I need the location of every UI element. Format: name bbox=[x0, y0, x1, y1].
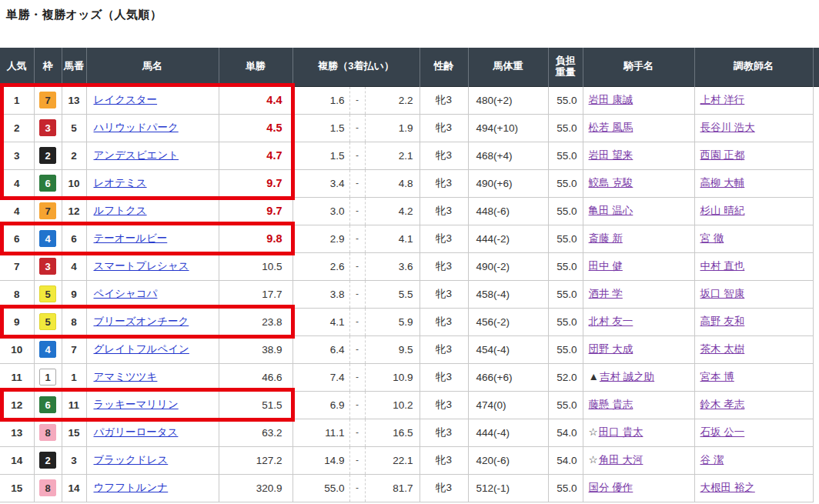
row-filler bbox=[813, 86, 819, 114]
frame-number-badge: 5 bbox=[39, 285, 56, 302]
frame-number-badge: 7 bbox=[39, 92, 56, 108]
rank-cell: 2 bbox=[0, 114, 34, 142]
trainer-link[interactable]: 長谷川 浩大 bbox=[700, 122, 755, 133]
frame-cell: 3 bbox=[34, 252, 62, 280]
trainer-link[interactable]: 西園 正都 bbox=[700, 149, 745, 161]
frame-number-badge: 6 bbox=[39, 396, 56, 413]
horse-weight-cell: 444(-4) bbox=[468, 419, 548, 446]
sex-age-cell: 牝3 bbox=[420, 225, 468, 252]
horse-name-link[interactable]: レイクスター bbox=[94, 94, 158, 105]
horse-weight-cell: 454(-4) bbox=[468, 335, 548, 363]
win-odds-cell: 4.7 bbox=[219, 142, 292, 169]
load-weight-cell: 54.0 bbox=[548, 419, 583, 446]
load-weight-cell: 55.0 bbox=[548, 197, 583, 225]
horse-name-cell: レイクスター bbox=[86, 86, 219, 114]
horse-no-cell: 8 bbox=[62, 308, 86, 335]
trainer-link[interactable]: 宮本 博 bbox=[700, 371, 734, 382]
horse-weight-cell: 490(-2) bbox=[468, 252, 548, 280]
horse-name-link[interactable]: レオテミス bbox=[94, 177, 147, 189]
trainer-cell: 宮本 博 bbox=[694, 363, 813, 391]
frame-number-badge: 5 bbox=[39, 313, 56, 330]
horse-name-cell: ペイシャコパ bbox=[86, 280, 219, 308]
place-odds-dash: - bbox=[349, 114, 365, 142]
header-win: 単勝 bbox=[219, 48, 292, 86]
jockey-link[interactable]: 鮫島 克駿 bbox=[589, 177, 633, 189]
win-odds-cell: 4.4 bbox=[219, 86, 292, 114]
horse-name-link[interactable]: パガリーロータス bbox=[94, 426, 179, 438]
horse-name-link[interactable]: アンデスビエント bbox=[94, 149, 179, 161]
jockey-link[interactable]: 酒井 学 bbox=[589, 288, 623, 299]
horse-weight-cell: 448(-6) bbox=[468, 197, 548, 225]
horse-no-cell: 6 bbox=[62, 225, 86, 252]
win-odds-cell: 9.7 bbox=[219, 169, 292, 197]
sex-age-cell: 牝3 bbox=[420, 86, 468, 114]
trainer-link[interactable]: 茶木 太樹 bbox=[700, 343, 745, 355]
sex-age-cell: 牝3 bbox=[420, 197, 468, 225]
horse-name-link[interactable]: ルフトクス bbox=[94, 205, 147, 216]
jockey-link[interactable]: 団野 大成 bbox=[589, 343, 633, 355]
horse-name-cell: テーオールビー bbox=[86, 225, 219, 252]
horse-name-link[interactable]: スマートプレシャス bbox=[94, 260, 189, 272]
jockey-link[interactable]: 藤懸 貴志 bbox=[589, 399, 633, 410]
trainer-link[interactable]: 坂口 智康 bbox=[700, 288, 745, 299]
win-odds-cell: 23.8 bbox=[219, 308, 292, 335]
jockey-link[interactable]: 松若 風馬 bbox=[589, 122, 633, 133]
trainer-link[interactable]: 石坂 公一 bbox=[700, 426, 745, 438]
rank-cell: 14 bbox=[0, 446, 34, 474]
trainer-link[interactable]: 宮 徹 bbox=[700, 232, 724, 244]
horse-name-link[interactable]: グレイトフルペイン bbox=[94, 343, 189, 355]
jockey-cell: 岩田 望来 bbox=[583, 142, 694, 169]
jockey-cell: 斎藤 新 bbox=[583, 225, 694, 252]
jockey-link[interactable]: 国分 優作 bbox=[589, 482, 633, 493]
trainer-link[interactable]: 大根田 裕之 bbox=[700, 482, 755, 493]
trainer-link[interactable]: 杉山 晴紀 bbox=[700, 205, 745, 216]
jockey-link[interactable]: 吉村 誠之助 bbox=[600, 371, 654, 382]
win-odds-cell: 10.5 bbox=[219, 252, 292, 280]
jockey-link[interactable]: 岩田 康誠 bbox=[589, 94, 633, 105]
horse-no-cell: 10 bbox=[62, 169, 86, 197]
horse-name-link[interactable]: ハリウッドパーク bbox=[94, 122, 179, 133]
horse-name-link[interactable]: ブリーズオンチーク bbox=[94, 315, 189, 327]
jockey-link[interactable]: 田中 健 bbox=[589, 260, 623, 272]
horse-name-link[interactable]: ブラックドレス bbox=[94, 454, 169, 466]
trainer-link[interactable]: 中村 直也 bbox=[700, 260, 745, 272]
load-weight-cell: 54.0 bbox=[548, 446, 583, 474]
frame-number-badge: 3 bbox=[39, 119, 56, 136]
jockey-link[interactable]: 岩田 望来 bbox=[589, 149, 633, 161]
trainer-cell: 大根田 裕之 bbox=[694, 474, 813, 502]
horse-name-link[interactable]: アマミツツキ bbox=[94, 371, 158, 382]
place-odds-low-cell: 3.8 bbox=[292, 280, 349, 308]
table-row: 1111アマミツツキ46.67.4-10.9牝3466(+6)52.0▲吉村 誠… bbox=[0, 363, 819, 391]
jockey-link[interactable]: 角田 大河 bbox=[599, 454, 644, 466]
place-odds-high-cell: 4.8 bbox=[365, 169, 420, 197]
place-odds-dash: - bbox=[349, 252, 365, 280]
row-filler bbox=[813, 252, 819, 280]
horse-name-cell: グレイトフルペイン bbox=[86, 335, 219, 363]
sex-age-cell: 牝3 bbox=[420, 114, 468, 142]
frame-number-badge: 3 bbox=[39, 258, 56, 275]
horse-name-link[interactable]: ラッキーマリリン bbox=[94, 399, 179, 410]
trainer-link[interactable]: 谷 潔 bbox=[700, 454, 724, 466]
jockey-link[interactable]: 北村 友一 bbox=[589, 315, 633, 327]
jockey-cell: 岩田 康誠 bbox=[583, 86, 694, 114]
trainer-link[interactable]: 高野 友和 bbox=[700, 315, 745, 327]
trainer-link[interactable]: 鈴木 孝志 bbox=[700, 399, 745, 410]
horse-name-link[interactable]: ペイシャコパ bbox=[94, 288, 158, 299]
horse-name-link[interactable]: テーオールビー bbox=[94, 232, 168, 244]
horse-name-cell: レオテミス bbox=[86, 169, 219, 197]
row-filler bbox=[813, 169, 819, 197]
jockey-cell: 鮫島 克駿 bbox=[583, 169, 694, 197]
trainer-link[interactable]: 上村 洋行 bbox=[700, 94, 745, 105]
table-row: 13815パガリーロータス63.211.1-16.5牝3444(-4)54.0☆… bbox=[0, 419, 819, 446]
trainer-link[interactable]: 高柳 大輔 bbox=[700, 177, 745, 189]
row-filler bbox=[813, 391, 819, 419]
horse-weight-cell: 468(+4) bbox=[468, 142, 548, 169]
horse-name-link[interactable]: ウフフトルンナ bbox=[94, 482, 169, 493]
frame-number-badge: 6 bbox=[39, 175, 56, 192]
jockey-link[interactable]: 田口 貴太 bbox=[599, 426, 644, 438]
table-row: 1423ブラックドレス127.214.9-22.1牝3420(-6)54.0☆角… bbox=[0, 446, 819, 474]
frame-number-badge: 2 bbox=[39, 147, 56, 164]
jockey-link[interactable]: 斎藤 新 bbox=[589, 232, 623, 244]
frame-cell: 2 bbox=[34, 142, 62, 169]
jockey-link[interactable]: 亀田 温心 bbox=[589, 205, 633, 216]
